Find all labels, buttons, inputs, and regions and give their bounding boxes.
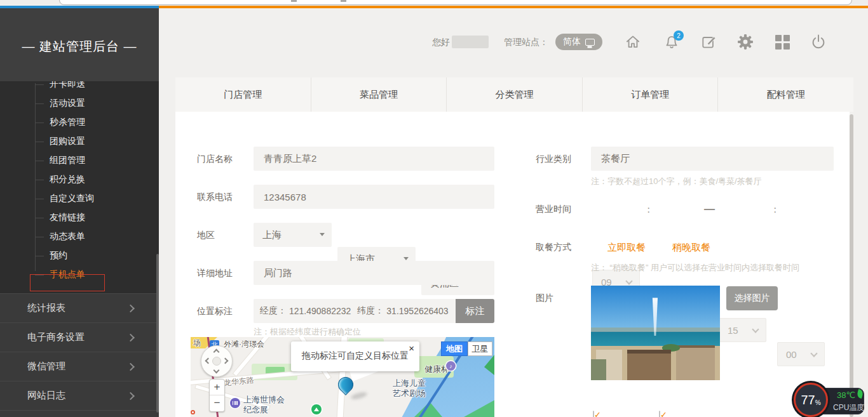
longitude-label: 经度： — [260, 305, 287, 317]
tree-tick — [35, 256, 44, 256]
sidebar-item-custom-query[interactable]: 自定义查询 — [0, 189, 159, 208]
sidebar-item-booking[interactable]: 预约 — [0, 246, 159, 265]
chevron-down-icon — [810, 350, 817, 357]
chevron-right-icon — [126, 362, 135, 371]
sidebar-item-links[interactable]: 友情链接 — [0, 208, 159, 227]
accent-bar-orange — [159, 6, 868, 8]
region-label: 地区 — [197, 230, 215, 241]
latitude-label: 纬度： — [357, 305, 384, 317]
tab-store-management[interactable]: 门店管理 — [175, 77, 311, 112]
map-type-map-button[interactable]: 地图 — [441, 341, 468, 356]
managed-site-label: 管理站点： — [504, 37, 548, 48]
close-hour-select[interactable]: 15 — [719, 318, 766, 342]
screen: — 建站管理后台 — 开卡即送 活动设置 秒杀管理 团购设置 组团管理 积分兑换… — [0, 0, 868, 417]
sidebar-section-weblog[interactable]: 网站日志 — [0, 381, 159, 410]
phone-label: 联系电话 — [197, 192, 233, 203]
tab-category-management[interactable]: 分类管理 — [447, 77, 583, 112]
map-type-satellite-button[interactable]: 卫星 — [468, 341, 492, 356]
province-select[interactable]: 上海 — [254, 223, 332, 247]
cpu-usage-percent-sign: % — [815, 399, 821, 406]
sidebar-item-activity[interactable]: 活动设置 — [0, 94, 159, 113]
time-colon: ： — [644, 204, 653, 216]
coordinates-field[interactable]: 经度：121.490882232 纬度：31.1952626403 — [254, 299, 456, 323]
mark-location-button[interactable]: 标注 — [456, 299, 494, 323]
pin-shadow — [350, 391, 367, 400]
sidebar-item-dynamic-form[interactable]: 动态表单 — [0, 227, 159, 246]
tab-dish-management[interactable]: 菜品管理 — [311, 77, 447, 112]
pan-down-icon[interactable] — [214, 367, 220, 374]
sidebar-item-team[interactable]: 组团管理 — [0, 151, 159, 170]
greeting-text: 您好 — [432, 37, 450, 48]
map-pan-control[interactable] — [201, 345, 233, 377]
notification-badge: 2 — [674, 30, 684, 41]
tree-tick — [35, 199, 44, 199]
store-name-input[interactable]: 青青原上草2 — [254, 147, 494, 171]
address-input[interactable]: 局门路 — [254, 261, 494, 285]
sidebar-section-stats[interactable]: 统计报表 — [0, 293, 159, 322]
monitor-icon — [585, 39, 595, 46]
map-tooltip: 拖动标注可自定义目标位置 × — [291, 341, 419, 371]
apps-button[interactable] — [771, 31, 793, 53]
chevron-right-icon — [126, 392, 135, 400]
zoom-in-button[interactable]: + — [210, 380, 224, 395]
music-poi-icon: ♪ — [446, 361, 456, 371]
gear-icon — [736, 32, 755, 51]
active-item-highlight-box — [30, 274, 105, 291]
sidebar-section-ecommerce[interactable]: 电子商务设置 — [0, 322, 159, 352]
cpu-monitor-widget[interactable]: 38℃ CPU温度 77 % — [792, 381, 868, 417]
pan-center-dot[interactable] — [212, 357, 221, 366]
photo-building — [627, 354, 671, 380]
map-poi-expo-label: 纪念展 — [243, 404, 268, 416]
sidebar-scrollbar[interactable] — [156, 254, 159, 413]
pan-left-icon[interactable] — [205, 358, 212, 364]
logout-button[interactable] — [808, 31, 829, 53]
tree-tick — [35, 237, 44, 237]
chevron-right-icon — [126, 304, 135, 312]
zoom-out-button[interactable]: − — [210, 395, 224, 411]
sidebar-header: — 建站管理后台 — — [0, 8, 159, 81]
location-label: 位置标注 — [197, 306, 233, 317]
industry-note: 注：字数不超过10个字，例：美食/粤菜/茶餐厅 — [591, 176, 762, 187]
tab-ingredient-management[interactable]: 配料管理 — [718, 77, 853, 112]
tree-tick — [35, 122, 44, 123]
choose-image-button[interactable]: 选择图片 — [726, 286, 778, 310]
content-scrollbar-thumb[interactable] — [850, 114, 853, 417]
chevron-down-icon — [752, 326, 759, 333]
sidebar-section-divider — [0, 410, 159, 417]
tree-tick — [35, 218, 44, 218]
hours-separator: — — [704, 203, 715, 216]
browser-icon-fragment — [291, 0, 297, 2]
pan-up-icon[interactable] — [214, 349, 220, 355]
sidebar-item-seckill[interactable]: 秒杀管理 — [0, 113, 159, 132]
cpu-usage-gauge: 77 % — [794, 383, 828, 417]
photo-building — [676, 348, 715, 380]
map-canvas[interactable]: 场 北 外滩·湾璟会 龙华东路 健康林 上海儿童 艺术剧场 上海世博会 纪念展 … — [191, 337, 494, 417]
sidebar-item-groupbuy[interactable]: 团购设置 — [0, 132, 159, 151]
pickup-later-label[interactable]: 稍晚取餐 — [672, 242, 710, 254]
settings-button[interactable] — [735, 31, 756, 53]
dropdown-caret-icon — [320, 233, 325, 236]
pickup-later-checkbox[interactable] — [659, 411, 660, 417]
store-photo-thumbnail[interactable] — [591, 286, 720, 380]
compose-button[interactable] — [698, 31, 720, 53]
map-poi-theater-label: 艺术剧场 — [393, 388, 426, 399]
photo-building — [591, 359, 606, 380]
map-zoom-control: + − — [209, 379, 225, 412]
phone-input[interactable]: 12345678 — [254, 185, 494, 209]
tab-order-management[interactable]: 订单管理 — [583, 77, 719, 112]
browser-address-bar[interactable] — [59, 0, 852, 5]
language-switch-button[interactable]: 简体 — [555, 34, 602, 50]
tree-tick — [35, 161, 44, 161]
sidebar-section-wechat[interactable]: 微信管理 — [0, 352, 159, 381]
sidebar-item-points[interactable]: 积分兑换 — [0, 170, 159, 189]
cpu-temperature-label: CPU温度 — [833, 402, 864, 413]
sidebar: — 建站管理后台 — 开卡即送 活动设置 秒杀管理 团购设置 组团管理 积分兑换… — [0, 8, 159, 417]
pan-right-icon[interactable] — [222, 358, 229, 364]
close-minute-select[interactable]: 00 — [777, 342, 825, 366]
close-icon[interactable]: × — [409, 343, 414, 354]
home-button[interactable] — [622, 31, 644, 53]
industry-input[interactable]: 茶餐厅 — [591, 147, 834, 171]
pickup-now-checkbox[interactable] — [593, 411, 594, 417]
industry-label: 行业类别 — [536, 154, 571, 165]
pickup-now-label[interactable]: 立即取餐 — [607, 242, 646, 254]
